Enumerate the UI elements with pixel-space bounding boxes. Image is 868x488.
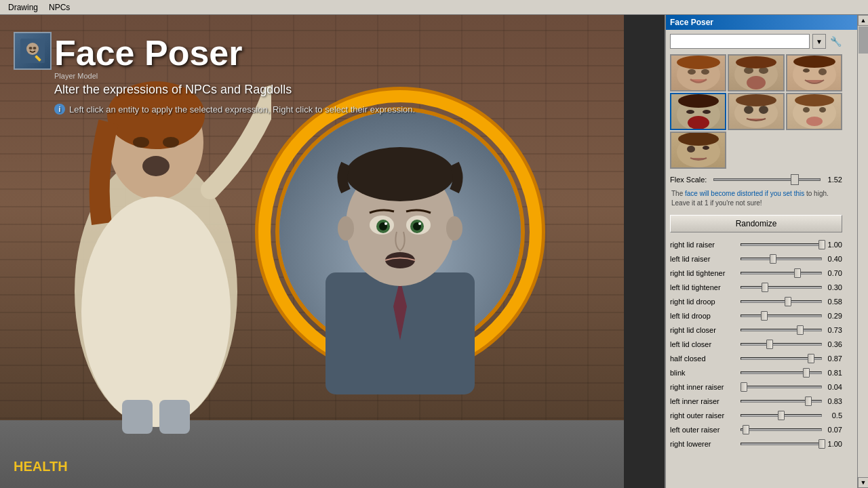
svg-point-48 bbox=[793, 56, 835, 68]
flex-scale-label: Flex Scale: bbox=[670, 176, 711, 184]
slider-value-7: 0.36 bbox=[825, 340, 842, 348]
tool-info: i Left click an entity to apply the sele… bbox=[54, 104, 415, 115]
tool-header: Face Poser Player Model Alter the expres… bbox=[54, 35, 415, 115]
slider-label-0: right lid raiser bbox=[670, 241, 738, 249]
slider-value-0: 1.00 bbox=[825, 241, 842, 249]
scroll-up-arrow[interactable]: ▲ bbox=[858, 15, 868, 26]
svg-point-34 bbox=[33, 47, 37, 49]
dropdown-arrow-button[interactable]: ▼ bbox=[812, 34, 826, 49]
ground-floor bbox=[0, 420, 624, 488]
health-hud: HEALTH bbox=[14, 459, 68, 474]
warning-text: The face will become distorted if you se… bbox=[670, 188, 842, 209]
slider-label-14: right lowerer bbox=[670, 440, 738, 448]
slider-row: right outer raiser0.5 bbox=[670, 409, 842, 422]
slider-track-5[interactable] bbox=[741, 310, 822, 321]
svg-point-46 bbox=[803, 68, 810, 73]
svg-point-61 bbox=[806, 117, 823, 126]
slider-value-9: 0.81 bbox=[825, 369, 842, 377]
slider-label-12: right outer raiser bbox=[670, 411, 738, 420]
svg-point-37 bbox=[688, 69, 696, 75]
flex-scale-value: 1.52 bbox=[823, 176, 842, 184]
slider-track-10[interactable] bbox=[741, 382, 822, 392]
flex-scale-slider[interactable] bbox=[713, 174, 821, 185]
scroll-down-arrow[interactable]: ▼ bbox=[858, 477, 868, 488]
slider-track-6[interactable] bbox=[741, 325, 822, 336]
slider-value-13: 0.07 bbox=[825, 426, 842, 434]
slider-row: left lid droop0.29 bbox=[670, 309, 842, 323]
svg-point-38 bbox=[701, 69, 709, 75]
menu-drawing[interactable]: Drawing bbox=[4, 1, 42, 14]
game-viewport: Face Poser Player Model Alter the expres… bbox=[0, 15, 624, 488]
slider-label-1: left lid raiser bbox=[670, 255, 738, 263]
svg-point-55 bbox=[744, 106, 753, 114]
warning-highlight: face will become distorted if you set th… bbox=[685, 190, 804, 197]
svg-point-32 bbox=[26, 43, 39, 55]
slider-label-2: right lid tightener bbox=[670, 269, 738, 277]
slider-value-8: 0.87 bbox=[825, 354, 842, 363]
panel-title: Face Poser bbox=[670, 18, 713, 27]
info-icon: i bbox=[54, 104, 65, 115]
slider-row: right lid droop0.58 bbox=[670, 295, 842, 308]
scroll-thumb[interactable] bbox=[859, 26, 868, 54]
slider-label-11: left inner raiser bbox=[670, 397, 738, 405]
svg-point-65 bbox=[703, 146, 709, 150]
slider-value-6: 0.73 bbox=[825, 326, 842, 334]
slider-track-9[interactable] bbox=[741, 367, 822, 378]
slider-track-13[interactable] bbox=[741, 424, 822, 435]
warning-prefix: The bbox=[671, 190, 685, 197]
slider-row: left lid raiser0.40 bbox=[670, 252, 842, 266]
slider-row: blink0.81 bbox=[670, 366, 842, 380]
slider-track-2[interactable] bbox=[741, 268, 822, 279]
thumb-7[interactable] bbox=[670, 131, 726, 169]
slider-track-7[interactable] bbox=[741, 339, 822, 350]
slider-row: half closed0.87 bbox=[670, 352, 842, 365]
svg-point-43 bbox=[747, 76, 766, 89]
menubar: Drawing NPCs bbox=[0, 0, 868, 15]
slider-track-1[interactable] bbox=[741, 253, 822, 264]
slider-row: right inner raiser0.04 bbox=[670, 380, 842, 394]
thumb-4[interactable] bbox=[670, 93, 726, 130]
slider-track-11[interactable] bbox=[741, 396, 822, 407]
slider-track-0[interactable] bbox=[741, 239, 822, 250]
thumb-5[interactable] bbox=[728, 93, 784, 130]
expression-select[interactable] bbox=[670, 34, 810, 49]
slider-row: right lowerer1.00 bbox=[670, 437, 842, 451]
tool-title: Face Poser bbox=[54, 35, 415, 70]
tool-info-text: Left click an entity to apply the select… bbox=[69, 104, 415, 115]
slider-row: right lid closer0.73 bbox=[670, 323, 842, 337]
wrench-button[interactable]: 🔧 bbox=[829, 34, 842, 49]
slider-label-9: blink bbox=[670, 369, 738, 377]
svg-point-33 bbox=[29, 47, 33, 49]
svg-point-44 bbox=[736, 56, 776, 68]
flex-scale-row: Flex Scale: 1.52 bbox=[670, 174, 842, 185]
slider-row: right lid tightener0.70 bbox=[670, 266, 842, 280]
slider-row: left inner raiser0.83 bbox=[670, 394, 842, 408]
svg-point-64 bbox=[687, 146, 695, 152]
svg-point-56 bbox=[759, 106, 768, 114]
tool-subtitle: Alter the expressions of NPCs and Ragdol… bbox=[54, 83, 415, 97]
panel-scrollbar[interactable]: ▲ ▼ bbox=[857, 15, 868, 488]
slider-row: right lid raiser1.00 bbox=[670, 238, 842, 251]
thumb-6[interactable] bbox=[786, 93, 842, 130]
svg-point-51 bbox=[703, 110, 711, 114]
slider-value-3: 0.30 bbox=[825, 283, 842, 291]
thumb-3[interactable] bbox=[786, 54, 842, 92]
expression-thumbnails bbox=[670, 54, 842, 169]
expression-dropdown-row: ▼ 🔧 bbox=[670, 34, 842, 49]
svg-point-62 bbox=[795, 94, 834, 106]
sliders-container: right lid raiser1.00left lid raiser0.40r… bbox=[670, 238, 842, 451]
slider-value-10: 0.04 bbox=[825, 383, 842, 391]
slider-track-3[interactable] bbox=[741, 282, 822, 293]
slider-label-4: right lid droop bbox=[670, 298, 738, 306]
slider-track-4[interactable] bbox=[741, 296, 822, 307]
menu-npcs[interactable]: NPCs bbox=[45, 1, 74, 14]
svg-point-50 bbox=[686, 110, 694, 114]
thumb-1[interactable] bbox=[670, 54, 726, 92]
tool-icon bbox=[14, 32, 52, 70]
thumb-2[interactable] bbox=[728, 54, 784, 92]
slider-track-12[interactable] bbox=[741, 410, 822, 421]
randomize-button[interactable]: Randomize bbox=[670, 215, 842, 232]
slider-track-14[interactable] bbox=[741, 439, 822, 449]
slider-row: left lid closer0.36 bbox=[670, 338, 842, 351]
slider-track-8[interactable] bbox=[741, 353, 822, 364]
